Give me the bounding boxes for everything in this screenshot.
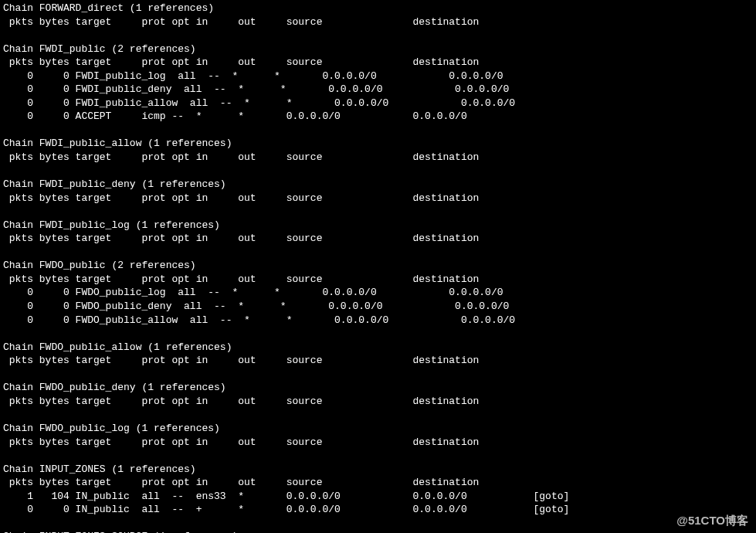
watermark: @51CTO博客: [676, 513, 748, 528]
terminal-output: Chain FORWARD_direct (1 references) pkts…: [0, 0, 756, 533]
